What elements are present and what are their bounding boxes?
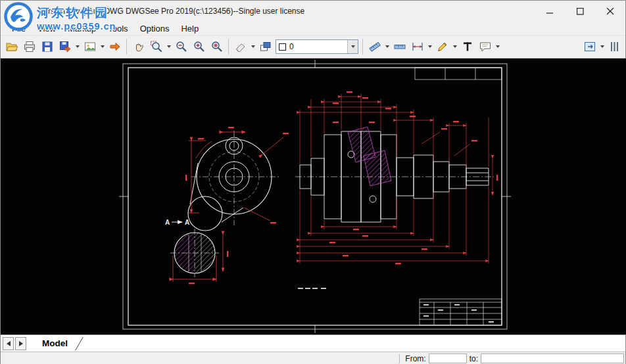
to-label: to: xyxy=(467,354,481,363)
toolbar-separator xyxy=(362,39,363,55)
chevron-down-icon xyxy=(167,45,171,48)
dimension-button[interactable] xyxy=(408,37,426,56)
layout-tab-bar: Model xyxy=(1,334,625,352)
drawing-canvas[interactable]: A A xyxy=(1,58,625,334)
pen-icon xyxy=(436,40,449,53)
export-dropdown[interactable] xyxy=(99,37,106,56)
measure-distance-button[interactable] xyxy=(366,37,383,56)
menu-markup[interactable]: Markup xyxy=(62,23,102,34)
ruler-icon xyxy=(393,40,406,53)
pan-button[interactable] xyxy=(130,37,147,56)
title-bar[interactable]: Version2.dwg AutoDWG DWGSee Pro 2019(c:\… xyxy=(1,1,625,22)
zoom-extents-button[interactable] xyxy=(208,37,226,56)
chevron-down-icon xyxy=(76,45,80,48)
svg-text:A: A xyxy=(165,219,170,226)
tab-scroll-left-button[interactable] xyxy=(3,337,14,350)
convert-dropdown[interactable] xyxy=(74,37,81,56)
open-folder-icon xyxy=(5,40,18,53)
chevron-down-icon xyxy=(600,45,604,48)
send-forward-button[interactable] xyxy=(106,37,124,56)
text-tool-icon xyxy=(461,40,474,53)
zoom-out-button[interactable] xyxy=(172,37,190,56)
toolbar: 0 xyxy=(1,35,625,58)
dimension-icon xyxy=(411,40,424,53)
app-window: Version2.dwg AutoDWG DWGSee Pro 2019(c:\… xyxy=(0,0,626,364)
window-controls xyxy=(535,1,625,22)
status-bar: From: to: xyxy=(1,352,625,364)
dimension-dropdown[interactable] xyxy=(426,37,433,56)
markup-pen-button[interactable] xyxy=(433,37,451,56)
chevron-down-icon xyxy=(496,45,500,48)
open-button[interactable] xyxy=(3,37,20,56)
chevron-down-icon xyxy=(251,45,255,48)
toolbar-separator xyxy=(228,39,229,55)
tab-model[interactable]: Model xyxy=(39,335,80,352)
comment-dropdown[interactable] xyxy=(494,37,501,56)
panels-dropdown[interactable] xyxy=(598,37,606,56)
layer-combo-value: 0 xyxy=(289,42,347,51)
text-tool-button[interactable] xyxy=(458,37,476,56)
docked-toolbar-grip[interactable] xyxy=(606,37,623,56)
status-message-area xyxy=(1,352,397,364)
window-title: Version2.dwg AutoDWG DWGSee Pro 2019(c:\… xyxy=(39,7,304,16)
convert-button[interactable] xyxy=(56,37,74,56)
svg-text:A: A xyxy=(185,219,189,226)
layers-button[interactable] xyxy=(256,37,274,56)
to-field[interactable] xyxy=(481,353,624,363)
menu-view[interactable]: View xyxy=(32,23,62,34)
layer-combo-dropdown[interactable] xyxy=(347,40,358,53)
zoom-window-icon xyxy=(150,40,163,53)
cad-drawing-svg: A A xyxy=(1,58,626,334)
from-field[interactable] xyxy=(429,353,467,363)
comment-button[interactable] xyxy=(476,37,494,56)
layer-combo[interactable]: 0 xyxy=(276,39,358,54)
eraser-icon xyxy=(234,40,247,53)
zoom-out-icon xyxy=(175,40,188,53)
comment-bubble-icon xyxy=(479,40,492,53)
grip-bars-icon xyxy=(610,40,620,53)
menu-file[interactable]: File xyxy=(6,23,32,34)
ruler-diagonal-icon xyxy=(368,40,381,53)
maximize-button[interactable] xyxy=(565,1,595,22)
eraser-button[interactable] xyxy=(231,37,249,56)
chevron-down-icon xyxy=(428,45,432,48)
left-arrow-icon xyxy=(7,341,11,346)
status-separator xyxy=(399,354,400,363)
save-button[interactable] xyxy=(38,37,56,56)
menu-help[interactable]: Help xyxy=(175,23,205,34)
panels-button[interactable] xyxy=(581,37,598,56)
menu-tools[interactable]: Tools xyxy=(102,23,133,34)
model-tab-label: Model xyxy=(39,338,70,348)
export-image-button[interactable] xyxy=(81,37,99,56)
hand-icon xyxy=(132,40,145,53)
chevron-down-icon xyxy=(453,45,457,48)
printer-icon xyxy=(23,40,36,53)
print-button[interactable] xyxy=(20,37,38,56)
layers-icon xyxy=(259,40,272,53)
measure-area-button[interactable] xyxy=(391,37,408,56)
eraser-dropdown[interactable] xyxy=(249,37,256,56)
zoom-in-button[interactable] xyxy=(190,37,208,56)
save-floppy-icon xyxy=(41,40,54,53)
markup-pen-dropdown[interactable] xyxy=(451,37,458,56)
measure-distance-dropdown[interactable] xyxy=(383,37,391,56)
toolbar-separator xyxy=(126,39,127,55)
image-icon xyxy=(84,40,97,53)
close-icon xyxy=(607,8,614,15)
close-button[interactable] xyxy=(595,1,625,22)
minimize-icon xyxy=(546,8,554,15)
zoom-in-icon xyxy=(193,40,206,53)
maximize-icon xyxy=(577,8,584,15)
zoom-window-dropdown[interactable] xyxy=(165,37,172,56)
forward-arrow-icon xyxy=(108,40,122,53)
chevron-down-icon xyxy=(101,45,105,48)
from-label: From: xyxy=(402,354,428,363)
zoom-extents-icon xyxy=(210,40,224,53)
tab-scroll-right-button[interactable] xyxy=(15,337,26,350)
layer-color-swatch xyxy=(279,43,286,51)
minimize-button[interactable] xyxy=(535,1,565,22)
convert-icon xyxy=(59,40,72,53)
chevron-down-icon xyxy=(385,45,389,48)
zoom-window-button[interactable] xyxy=(147,37,165,56)
menu-options[interactable]: Options xyxy=(134,23,176,34)
